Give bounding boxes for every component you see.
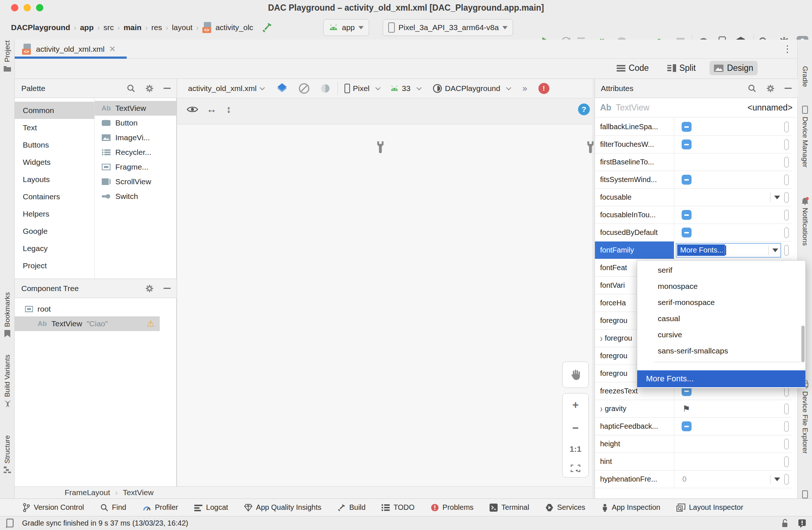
breadcrumb-framelayout[interactable]: FrameLayout [65, 488, 110, 497]
search-icon[interactable] [748, 84, 757, 93]
attribute-value-cell[interactable] [674, 189, 792, 206]
device-dropdown[interactable]: Pixel [344, 84, 379, 93]
dropdown-arrow-icon[interactable] [774, 478, 780, 481]
design-blueprint-selector-icon[interactable] [276, 82, 288, 95]
toolwindow-todo[interactable]: TODO [382, 503, 414, 512]
toolbar-overflow-icon[interactable]: » [522, 83, 527, 94]
breadcrumb-res[interactable]: res [151, 23, 162, 32]
expand-chevron-icon[interactable]: › [600, 332, 603, 344]
breadcrumb-layout[interactable]: layout [172, 23, 192, 32]
toolwindow-terminal[interactable]: Terminal [490, 503, 529, 512]
hide-panel-icon[interactable] [784, 88, 792, 89]
palette-item-fragmentcontainer[interactable]: Fragme... [95, 160, 177, 174]
attribute-name-cell[interactable]: hint [595, 453, 674, 470]
toolwindow-services[interactable]: Services [545, 503, 585, 512]
sidebar-item-build-variants[interactable]: Build Variants [0, 355, 15, 407]
layout-file-dropdown[interactable]: activity_old_xml.xml [188, 84, 263, 93]
attribute-value[interactable]: 0 [682, 475, 686, 483]
tab-split[interactable]: Split [663, 61, 700, 75]
breadcrumb-main[interactable]: main [123, 23, 141, 32]
palette-category[interactable]: Google [15, 222, 94, 240]
gear-icon[interactable] [145, 284, 154, 293]
toolwindow-profiler[interactable]: Profiler [142, 503, 178, 512]
attribute-name-cell[interactable]: height [595, 435, 674, 453]
attribute-value-cell[interactable] [674, 435, 792, 453]
close-tab-icon[interactable]: ✕ [109, 44, 116, 54]
unlock-icon[interactable] [781, 519, 788, 528]
attribute-name-cell[interactable]: firstBaselineTo... [595, 153, 674, 171]
attribute-name-cell[interactable]: hyphenationFre... [595, 471, 674, 488]
toolwindow-problems[interactable]: Problems [431, 503, 473, 512]
palette-item-imageview[interactable]: ImageVi... [95, 130, 177, 145]
resource-picker-button[interactable] [784, 456, 789, 467]
status-message[interactable]: Gradle sync finished in 9 s 37 ms (13/03… [22, 519, 188, 527]
resource-picker-button[interactable] [784, 227, 789, 238]
resource-picker-button[interactable] [784, 245, 789, 256]
design-surface[interactable]: activity_old_xml.xml Pixel 33 DACPlaygro… [177, 79, 592, 486]
breadcrumb-project[interactable]: DACPlayground [11, 23, 70, 32]
three-state-toggle[interactable] [682, 175, 692, 185]
attribute-name-cell[interactable]: fitsSystemWind... [595, 171, 674, 188]
sidebar-item-gradle[interactable]: Gradle [798, 66, 812, 87]
breadcrumb-app[interactable]: app [80, 23, 94, 32]
expand-chevron-icon[interactable]: › [600, 403, 603, 414]
three-state-toggle[interactable] [682, 421, 692, 431]
attribute-value-cell[interactable] [674, 418, 792, 435]
sidebar-item-notifications[interactable]: Notifications [798, 197, 812, 246]
toolwindow-version-control[interactable]: Version Control [23, 503, 84, 512]
design-canvas[interactable]: + − 1:1 [177, 124, 592, 486]
breadcrumb-src[interactable]: src [104, 23, 114, 32]
attribute-name-cell[interactable]: focusable [595, 189, 674, 206]
view-options-eye-icon[interactable] [187, 105, 198, 114]
palette-category[interactable]: Containers [15, 188, 94, 205]
notification-message-icon[interactable] [798, 519, 806, 528]
toolwindow-layout-inspector[interactable]: Layout Inspector [676, 503, 743, 512]
toolwindow-app-quality-insights[interactable]: App Quality Insights [244, 503, 321, 512]
toolwindow-build[interactable]: Build [338, 503, 365, 512]
attribute-value-cell[interactable] [674, 118, 792, 135]
zoom-to-fit-button[interactable] [571, 465, 580, 472]
zoom-out-button[interactable]: − [572, 422, 579, 434]
palette-item-textview[interactable]: AbTextView [95, 101, 177, 116]
combo-dropdown-icon[interactable] [772, 248, 778, 252]
horizontal-resize-icon[interactable]: ↔ [206, 104, 217, 115]
zoom-actual-size-button[interactable]: 1:1 [570, 444, 581, 454]
resource-picker-button[interactable] [784, 157, 789, 168]
help-icon[interactable]: ? [578, 104, 590, 115]
resource-picker-button[interactable] [784, 439, 789, 450]
resource-picker-button[interactable] [784, 403, 789, 414]
font-option[interactable]: monospace [637, 278, 805, 294]
breadcrumb-file[interactable]: activity_olc [216, 23, 253, 32]
popup-scrollbar[interactable] [801, 326, 805, 362]
vertical-resize-icon[interactable]: ↕ [226, 104, 231, 115]
attribute-value-cell[interactable] [674, 153, 792, 171]
attribute-name-cell[interactable]: filterTouchesW... [595, 136, 674, 153]
palette-category[interactable]: Layouts [15, 171, 94, 188]
attribute-name-cell[interactable]: focusableInTou... [595, 206, 674, 224]
three-state-toggle[interactable] [682, 210, 692, 220]
palette-category[interactable]: Legacy [15, 240, 94, 257]
breadcrumb-textview[interactable]: TextView [123, 488, 154, 497]
attribute-name-cell[interactable]: hapticFeedback... [595, 418, 674, 435]
font-family-combo[interactable]: More Fonts... [676, 243, 781, 258]
pan-tool-button[interactable] [562, 362, 589, 388]
tree-node-root[interactable]: root [15, 302, 177, 316]
attribute-value-cell[interactable] [674, 206, 792, 224]
sidebar-item-project[interactable]: Project [0, 40, 15, 72]
tab-design[interactable]: Design [710, 61, 758, 75]
toolwindow-app-inspection[interactable]: App Inspection [602, 503, 660, 512]
night-mode-selector-icon[interactable] [320, 83, 331, 94]
sidebar-item-device-manager[interactable]: Device Manager [798, 106, 812, 167]
build-hammer-icon[interactable] [262, 22, 273, 33]
error-badge-icon[interactable]: ! [538, 83, 549, 94]
attribute-value-cell[interactable]: More Fonts... [674, 242, 792, 259]
tab-options-icon[interactable]: ⋮ [783, 43, 792, 55]
toolwindow-logcat[interactable]: Logcat [194, 503, 228, 512]
resource-picker-button[interactable] [784, 474, 789, 485]
attribute-value-cell[interactable]: 0 [674, 471, 792, 488]
palette-item-button[interactable]: Button [95, 116, 177, 130]
hide-panel-icon[interactable] [163, 88, 171, 89]
resource-picker-button[interactable] [784, 192, 789, 203]
three-state-toggle[interactable] [682, 228, 692, 237]
tree-node-textview[interactable]: Ab TextView "Ciao" ⚠ [15, 316, 160, 331]
